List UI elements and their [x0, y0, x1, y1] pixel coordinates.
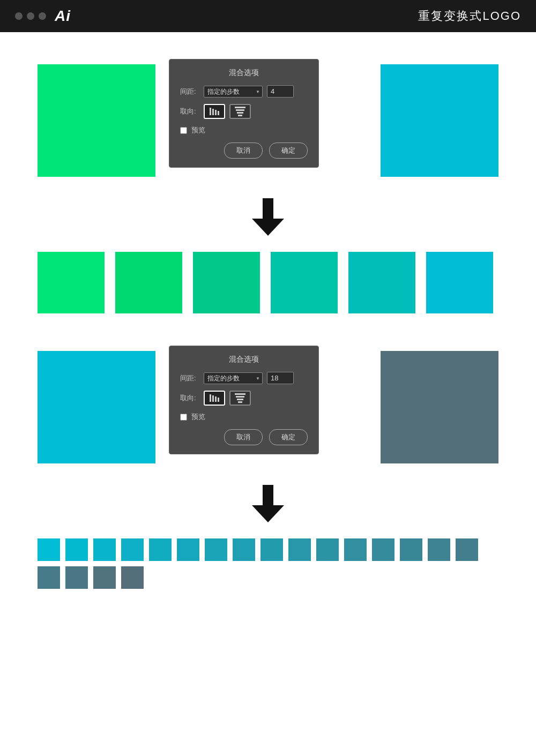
- titlebar: Ai 重复变换式LOGO: [0, 0, 536, 32]
- traffic-lights: [15, 12, 46, 20]
- spacing-row-2: 间距: 指定的步数 18: [180, 372, 308, 384]
- spacing-row-1: 间距: 指定的步数 4: [180, 85, 308, 98]
- square-teal-large: [381, 64, 498, 177]
- tiny-blend-square-17: [38, 566, 60, 589]
- spacing-label-1: 间距:: [180, 87, 199, 96]
- blend-square-4: [271, 252, 338, 313]
- preview-checkbox-2[interactable]: [180, 414, 187, 421]
- tiny-blend-square-14: [400, 538, 422, 561]
- h-lines-icon: [210, 108, 219, 115]
- preview-row-2: 预览: [180, 412, 308, 422]
- tiny-blend-square-20: [121, 566, 144, 589]
- direction-row-2: 取向:: [180, 391, 308, 406]
- arrow-down-icon-2: [252, 485, 284, 522]
- spacing-label-2: 间距:: [180, 373, 199, 383]
- h-lines-icon-2: [210, 394, 219, 402]
- svg-rect-0: [263, 198, 273, 220]
- tiny-blend-square-6: [177, 538, 199, 561]
- top-blend-row: 混合选项 间距: 指定的步数 4 取向:: [38, 59, 498, 188]
- tiny-blend-square-15: [428, 538, 450, 561]
- preview-label-1: 预览: [191, 125, 205, 135]
- direction-icons-2: [204, 391, 251, 406]
- arrow-down-icon-1: [252, 198, 284, 236]
- main-content: 混合选项 间距: 指定的步数 4 取向:: [0, 32, 536, 632]
- close-button[interactable]: [15, 12, 23, 20]
- tiny-blend-square-3: [93, 538, 116, 561]
- arrow-1: [38, 198, 498, 236]
- minimize-button[interactable]: [27, 12, 34, 20]
- dialog-title-2: 混合选项: [180, 355, 308, 364]
- dialog-title-1: 混合选项: [180, 68, 308, 78]
- tiny-blend-square-10: [288, 538, 311, 561]
- cancel-button-1[interactable]: 取消: [224, 143, 263, 159]
- spacing-select-wrapper[interactable]: 指定的步数: [204, 86, 263, 98]
- blend-square-6: [426, 252, 493, 313]
- square-teal-large-2: [38, 351, 155, 463]
- direction-vertical-icon-2[interactable]: [229, 391, 251, 406]
- tiny-blend-square-16: [456, 538, 478, 561]
- preview-checkbox-1[interactable]: [180, 127, 187, 134]
- spacing-type-select-1[interactable]: 指定的步数: [204, 86, 263, 98]
- direction-horizontal-icon[interactable]: [204, 104, 225, 119]
- tiny-blend-square-13: [372, 538, 394, 561]
- tiny-blend-square-2: [65, 538, 88, 561]
- tiny-blend-square-1: [38, 538, 60, 561]
- page-title: 重复变换式LOGO: [418, 8, 521, 24]
- svg-marker-3: [252, 505, 284, 522]
- blend-square-3: [193, 252, 260, 313]
- blend-options-dialog-2[interactable]: 混合选项 间距: 指定的步数 18 取向:: [169, 346, 319, 454]
- cancel-button-2[interactable]: 取消: [224, 429, 263, 445]
- direction-horizontal-icon-2[interactable]: [204, 391, 225, 406]
- tiny-blend-square-4: [121, 538, 144, 561]
- spacing-value-input-1[interactable]: 4: [267, 85, 294, 98]
- section-1: 混合选项 间距: 指定的步数 4 取向:: [38, 59, 498, 313]
- svg-rect-2: [263, 485, 273, 506]
- preview-label-2: 预览: [191, 412, 205, 422]
- blend-square-1: [38, 252, 105, 313]
- tiny-blend-square-9: [260, 538, 283, 561]
- v-lines-icon: [235, 107, 245, 116]
- spacing-value-input-2[interactable]: 18: [267, 372, 294, 384]
- titlebar-left: Ai: [15, 8, 71, 25]
- app-label: Ai: [55, 8, 71, 25]
- section-2: 混合选项 间距: 指定的步数 18 取向:: [38, 346, 498, 589]
- blend-result-row-1: [38, 252, 498, 313]
- ok-button-1[interactable]: 确定: [269, 143, 308, 159]
- direction-label-2: 取向:: [180, 393, 199, 403]
- tiny-blend-square-18: [65, 566, 88, 589]
- direction-row-1: 取向:: [180, 104, 308, 119]
- v-lines-icon-2: [235, 393, 245, 403]
- direction-label-1: 取向:: [180, 107, 199, 116]
- tiny-blend-square-5: [149, 538, 172, 561]
- square-green-large: [38, 64, 155, 177]
- svg-marker-1: [252, 219, 284, 236]
- ok-button-2[interactable]: 确定: [269, 429, 308, 445]
- maximize-button[interactable]: [39, 12, 46, 20]
- tiny-blend-square-11: [316, 538, 339, 561]
- tiny-blend-square-12: [344, 538, 367, 561]
- spacing-type-select-2[interactable]: 指定的步数: [204, 372, 263, 384]
- blend-options-dialog-1[interactable]: 混合选项 间距: 指定的步数 4 取向:: [169, 59, 319, 168]
- blend-square-2: [115, 252, 182, 313]
- arrow-2: [38, 485, 498, 522]
- tiny-blend-square-8: [233, 538, 255, 561]
- square-darkgrey-large: [381, 351, 498, 463]
- dialog-buttons-2: 取消 确定: [180, 429, 308, 445]
- top-blend-row-2: 混合选项 间距: 指定的步数 18 取向:: [38, 346, 498, 474]
- preview-row-1: 预览: [180, 125, 308, 135]
- blend-square-5: [348, 252, 415, 313]
- blend-result-row-2: [38, 538, 498, 589]
- tiny-blend-square-7: [205, 538, 227, 561]
- direction-vertical-icon[interactable]: [229, 104, 251, 119]
- direction-icons-1: [204, 104, 251, 119]
- spacing-select-wrapper-2[interactable]: 指定的步数: [204, 372, 263, 384]
- tiny-blend-square-19: [93, 566, 116, 589]
- dialog-buttons-1: 取消 确定: [180, 143, 308, 159]
